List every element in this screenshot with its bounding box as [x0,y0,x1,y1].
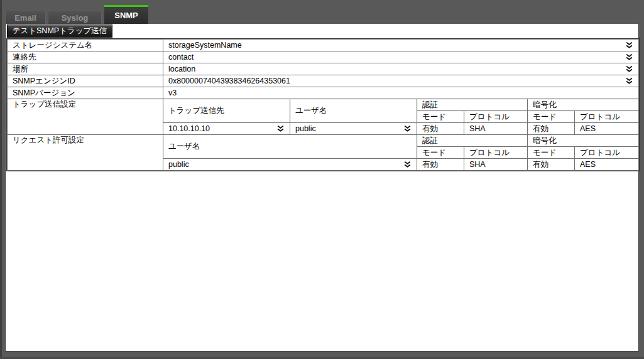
trap-enc-protocol-value: AES [575,123,639,135]
window-frame-left-edge [0,0,2,359]
storage-system-name-value: storageSystemName [163,40,639,51]
request-auth-mode-value: 有効 [417,159,464,171]
expand-chevron-icon[interactable] [625,53,633,62]
trap-encryption-group-header: 暗号化 [528,99,639,111]
location-value: location [163,63,639,75]
trap-enc-protocol-header: プロトコル [575,111,639,123]
request-user-header: ユーザ名 [163,135,417,159]
trap-user-combobox[interactable]: public [290,123,417,135]
row-label: ストレージシステム名 [8,40,163,51]
snmp-settings-panel: テストSNMPトラップ送信 ストレージシステム名 storageSystemNa… [5,24,639,351]
request-section-header-row: リクエスト許可設定 ユーザ名 認証 暗号化 [8,135,639,147]
cell-text: contact [168,53,194,62]
trap-enc-mode-value: 有効 [528,123,575,135]
request-auth-group-header: 認証 [417,135,528,147]
trap-section-label: トラップ送信設定 [8,99,163,135]
request-auth-protocol-header: プロトコル [464,147,528,159]
tab-snmp[interactable]: SNMP [104,5,148,24]
snmp-version-value: v3 [163,87,639,99]
trap-auth-protocol-header: プロトコル [464,111,528,123]
request-enc-mode-value: 有効 [528,159,575,171]
dropdown-chevron-icon[interactable] [276,125,285,133]
dropdown-chevron-icon[interactable] [403,161,412,169]
table-row: 連絡先 contact [8,51,639,63]
row-label: 場所 [8,63,163,75]
row-label: SNMPバージョン [8,87,163,99]
cell-text: 10.10.10.10 [168,124,210,133]
request-enc-mode-header: モード [528,147,575,159]
snmp-settings-table: ストレージシステム名 storageSystemName 連絡先 contact [7,39,639,171]
request-section-label: リクエスト許可設定 [8,135,163,171]
request-auth-protocol-value: SHA [464,159,528,171]
test-snmp-trap-button[interactable]: テストSNMPトラップ送信 [7,24,112,38]
row-label: SNMPエンジンID [8,75,163,87]
tab-syslog[interactable]: Syslog [48,11,102,24]
request-enc-protocol-value: AES [575,159,639,171]
table-row: SNMPバージョン v3 [8,87,639,99]
request-enc-protocol-header: プロトコル [575,147,639,159]
trap-section-header-row: トラップ送信設定 トラップ送信先 ユーザ名 認証 暗号化 [8,99,639,111]
trap-auth-mode-header: モード [417,111,464,123]
table-row: ストレージシステム名 storageSystemName [8,40,639,51]
request-encryption-group-header: 暗号化 [528,135,639,147]
expand-chevron-icon[interactable] [625,77,633,85]
trap-auth-group-header: 認証 [417,99,528,111]
request-auth-mode-header: モード [417,147,464,159]
row-label: 連絡先 [8,51,163,63]
cell-text: location [168,65,195,73]
cell-text: public [168,160,189,169]
trap-enc-mode-header: モード [528,111,575,123]
table-row: 場所 location [8,63,639,75]
expand-chevron-icon[interactable] [625,65,633,73]
trap-user-header: ユーザ名 [290,99,417,123]
expand-chevron-icon[interactable] [625,41,633,50]
table-row: SNMPエンジンID 0x80000074043938346264353061 [8,75,639,87]
cell-text: 0x80000074043938346264353061 [168,77,290,85]
trap-destination-header: トラップ送信先 [163,99,290,123]
request-user-combobox[interactable]: public [163,159,417,171]
trap-auth-mode-value: 有効 [417,123,464,135]
snmp-engine-id-value: 0x80000074043938346264353061 [163,75,639,87]
trap-destination-combobox[interactable]: 10.10.10.10 [163,123,290,135]
contact-value: contact [163,51,639,63]
dropdown-chevron-icon[interactable] [403,125,412,133]
tab-email[interactable]: Email [5,11,46,24]
cell-text: public [295,124,316,133]
trap-auth-protocol-value: SHA [464,123,528,135]
cell-text: storageSystemName [168,41,242,50]
